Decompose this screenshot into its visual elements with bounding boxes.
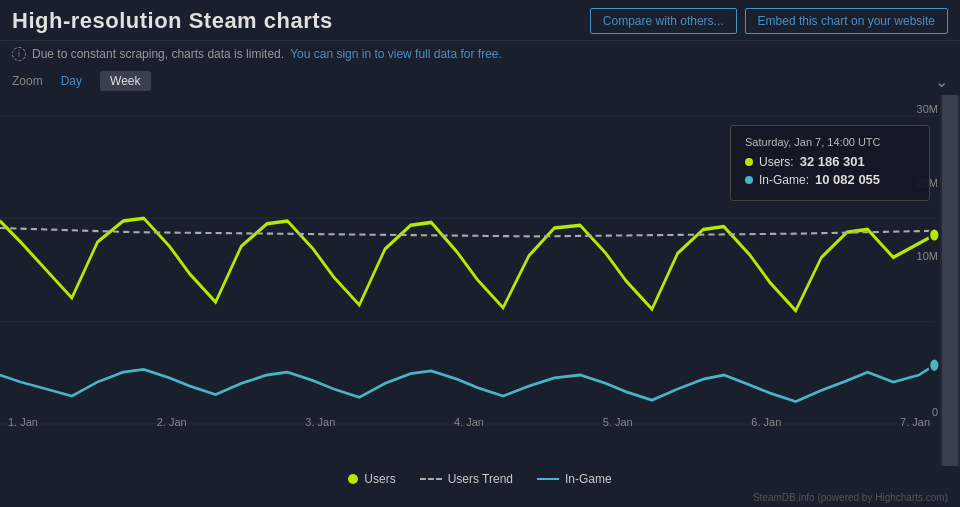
chart-scrollbar[interactable] (940, 95, 960, 466)
notice-link[interactable]: You can sign in to view full data for fr… (290, 47, 502, 61)
scrollbar-thumb[interactable] (942, 95, 958, 466)
x-label-6jan: 6. Jan (751, 416, 781, 428)
x-label-1jan: 1. Jan (8, 416, 38, 428)
legend-trend: Users Trend (420, 472, 513, 486)
download-icon[interactable]: ⌄ (935, 72, 948, 91)
embed-button[interactable]: Embed this chart on your website (745, 8, 948, 34)
header: High-resolution Steam charts Compare wit… (0, 0, 960, 41)
legend-trend-label: Users Trend (448, 472, 513, 486)
page-wrapper: High-resolution Steam charts Compare wit… (0, 0, 960, 507)
legend-ingame-label: In-Game (565, 472, 612, 486)
legend-ingame-line (537, 478, 559, 480)
x-label-7jan: 7. Jan (900, 416, 930, 428)
compare-button[interactable]: Compare with others... (590, 8, 737, 34)
x-label-4jan: 4. Jan (454, 416, 484, 428)
legend-trend-dash (420, 478, 442, 480)
notice-icon: i (12, 47, 26, 61)
zoom-bar: Zoom Day Week ⌄ (0, 67, 960, 95)
legend-ingame: In-Game (537, 472, 612, 486)
svg-point-6 (929, 358, 939, 372)
y-label-10m: 10M (917, 250, 938, 262)
x-label-2jan: 2. Jan (157, 416, 187, 428)
chart-container: 30M 20M 10M 0 1. Jan 2. Jan 3. Jan 4. Ja… (0, 95, 960, 466)
notice-bar: i Due to constant scraping, charts data … (0, 41, 960, 67)
x-label-5jan: 5. Jan (603, 416, 633, 428)
legend-users-dot (348, 474, 358, 484)
y-label-0: 0 (932, 406, 938, 418)
page-title: High-resolution Steam charts (12, 8, 333, 34)
legend-users-label: Users (364, 472, 395, 486)
x-label-3jan: 3. Jan (305, 416, 335, 428)
y-label-30m: 30M (917, 103, 938, 115)
chart-svg (0, 95, 960, 466)
notice-text: Due to constant scraping, charts data is… (32, 47, 284, 61)
zoom-day-button[interactable]: Day (51, 71, 92, 91)
watermark: SteamDB.info (powered by Highcharts.com) (0, 490, 960, 507)
legend-users: Users (348, 472, 395, 486)
legend: Users Users Trend In-Game (0, 466, 960, 490)
header-buttons: Compare with others... Embed this chart … (590, 8, 948, 34)
x-axis-labels: 1. Jan 2. Jan 3. Jan 4. Jan 5. Jan 6. Ja… (8, 416, 930, 428)
y-label-20m: 20M (917, 177, 938, 189)
zoom-label: Zoom (12, 74, 43, 88)
zoom-week-button[interactable]: Week (100, 71, 150, 91)
svg-point-5 (929, 228, 939, 242)
